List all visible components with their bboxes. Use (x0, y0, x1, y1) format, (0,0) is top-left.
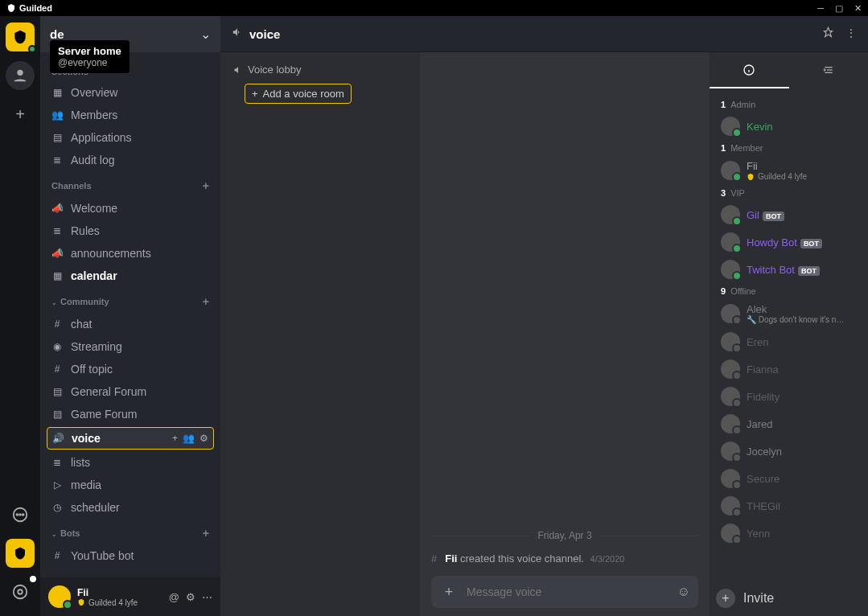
invite-button[interactable]: + Invite (710, 581, 868, 616)
nav-label: Rules (71, 224, 100, 237)
guilded-home-icon[interactable] (6, 539, 35, 568)
channel-general-forum[interactable]: ▤General Forum (40, 380, 220, 403)
server-icon-active[interactable] (6, 23, 35, 51)
invite-icon[interactable]: 👥 (183, 433, 195, 444)
channel-calendar[interactable]: ▦calendar (40, 265, 220, 287)
maximize-button[interactable]: ▢ (835, 3, 843, 14)
add-bot-channel-button[interactable]: + (203, 527, 209, 540)
member-jared[interactable]: Jared (716, 410, 862, 437)
channel-settings-icon[interactable]: ⚙ (200, 433, 208, 444)
nav-label: YouTube bot (71, 549, 134, 562)
svg-point-0 (17, 70, 23, 76)
forum-icon: ▤ (51, 386, 63, 397)
nav-label: scheduler (71, 501, 120, 514)
close-button[interactable]: ✕ (854, 3, 862, 14)
channel-streaming[interactable]: ◉Streaming (40, 335, 220, 358)
settings-icon[interactable]: ⚙ (186, 591, 195, 603)
hash-icon: # (51, 363, 63, 375)
member-secure[interactable]: Secure (716, 465, 862, 492)
member-thegil[interactable]: THEGil (716, 492, 862, 519)
server-header[interactable]: de ⌄ Server home @everyone (40, 16, 220, 52)
clock-icon: ◷ (51, 502, 63, 513)
channel-media[interactable]: ▷media (40, 474, 220, 496)
attach-button[interactable]: + (439, 582, 459, 602)
channel-off-topic[interactable]: #Off topic (40, 358, 220, 380)
channel-header: voice ⋮ (220, 16, 868, 52)
svg-point-2 (16, 514, 18, 515)
window-controls: ─ ▢ ✕ (817, 3, 862, 14)
member-gil[interactable]: GilBOT (716, 201, 862, 228)
channel-voice[interactable]: 🔊voice+👥⚙ (47, 427, 214, 450)
pin-icon[interactable] (822, 27, 834, 41)
add-channel-button[interactable]: + (203, 179, 209, 192)
server-name: de (50, 27, 64, 41)
svg-point-6 (18, 589, 23, 594)
more-icon[interactable]: ⋯ (202, 591, 212, 603)
channel-announcements[interactable]: 📣announcements (40, 242, 220, 265)
nav-label: lists (71, 456, 90, 469)
member-alek[interactable]: Alek🔧 Dogs don't know it's n… (716, 299, 862, 328)
members-panel: 1AdminKevin1MemberFiiGuilded 4 lyfe3VIPG… (710, 52, 868, 616)
channel-rules[interactable]: ≣Rules (40, 220, 220, 242)
add-room-icon[interactable]: + (172, 433, 178, 444)
voice-rooms-column: Voice lobby +Add a voice room (220, 52, 420, 616)
members-tab-info[interactable] (710, 52, 789, 88)
avatar (721, 260, 740, 279)
message-input[interactable] (467, 585, 669, 598)
community-header[interactable]: ⌄Community + (40, 287, 220, 313)
member-fidelity[interactable]: Fidelity (716, 383, 862, 410)
channel-game-forum[interactable]: ▤Game Forum (40, 403, 220, 425)
explore-icon[interactable] (6, 577, 35, 606)
members-tab-list[interactable] (789, 52, 869, 88)
voice-icon (232, 27, 243, 41)
nav-label: announcements (71, 247, 151, 260)
member-jocelyn[interactable]: Jocelyn (716, 437, 862, 465)
section-overview[interactable]: ▦Overview (40, 81, 220, 104)
member-status: Guilded 4 lyfe (747, 172, 807, 181)
nav-label: voice (72, 432, 101, 445)
emoji-button[interactable]: ☺ (677, 585, 690, 599)
channel-welcome[interactable]: 📣Welcome (40, 197, 220, 220)
member-name: Fii (747, 160, 807, 172)
channel-lists[interactable]: ≣lists (40, 451, 220, 474)
avatar (721, 117, 740, 136)
member-fii[interactable]: FiiGuilded 4 lyfe (716, 156, 862, 185)
role-header-admin: 1Admin (716, 97, 862, 113)
options-icon[interactable]: ⋮ (845, 27, 857, 41)
nav-label: media (71, 478, 101, 491)
member-name: Alek (747, 303, 844, 315)
user-avatar[interactable] (48, 585, 71, 608)
mention-icon[interactable]: @ (169, 591, 179, 603)
add-voice-room-button[interactable]: +Add a voice room (245, 84, 352, 104)
people-icon: 👥 (51, 109, 63, 121)
channel-youtube-bot[interactable]: #YouTube bot (40, 544, 220, 567)
member-fianna[interactable]: Fianna (716, 355, 862, 383)
voice-icon: 🔊 (52, 433, 64, 444)
bots-header[interactable]: ⌄Bots + (40, 519, 220, 544)
avatar (721, 205, 740, 224)
member-howdy-bot[interactable]: Howdy BotBOT (716, 228, 862, 256)
voice-lobby[interactable]: Voice lobby (227, 60, 413, 79)
nav-label: Streaming (71, 340, 122, 353)
messages-icon[interactable] (6, 500, 35, 529)
channel-chat[interactable]: #chat (40, 313, 220, 335)
section-members[interactable]: 👥Members (40, 104, 220, 126)
member-eren[interactable]: Eren (716, 328, 862, 355)
avatar (721, 469, 740, 488)
section-applications[interactable]: ▤Applications (40, 126, 220, 149)
rail-avatar[interactable] (6, 61, 35, 90)
nav-label: Audit log (71, 154, 114, 166)
member-kevin[interactable]: Kevin (716, 113, 862, 140)
member-status: 🔧 Dogs don't know it's n… (747, 315, 844, 324)
minimize-button[interactable]: ─ (817, 3, 824, 14)
nav-label: Applications (71, 131, 132, 144)
add-server-button[interactable]: + (6, 100, 35, 129)
member-twitch-bot[interactable]: Twitch BotBOT (716, 256, 862, 283)
add-community-channel-button[interactable]: + (203, 295, 209, 308)
channel-scheduler[interactable]: ◷scheduler (40, 496, 220, 519)
section-audit-log[interactable]: ≣Audit log (40, 149, 220, 171)
apps-icon: ▤ (51, 132, 63, 143)
avatar (721, 441, 740, 461)
member-yenn[interactable]: Yenn (716, 519, 862, 547)
system-message: # Fii created this voice channel. 4/3/20… (431, 548, 698, 569)
